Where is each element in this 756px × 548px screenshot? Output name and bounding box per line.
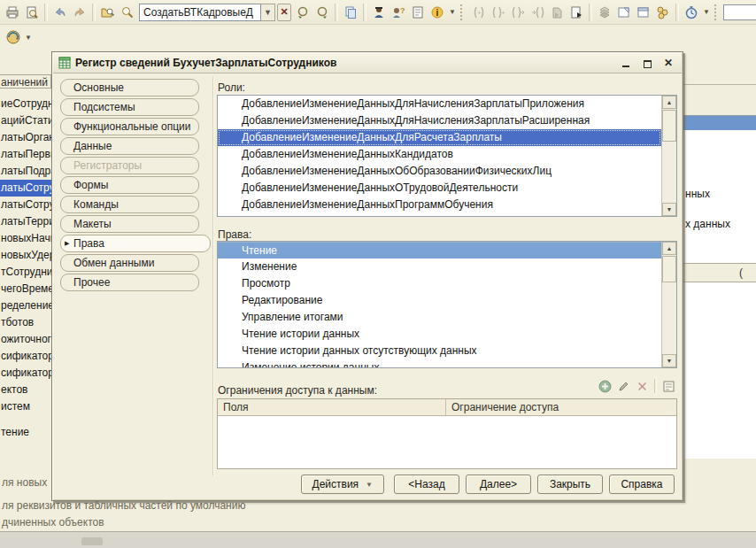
help-button[interactable]: Справка	[609, 475, 675, 494]
rights-scrollbar[interactable]: ▲ ▼	[661, 242, 676, 367]
merge-module-icon	[547, 3, 567, 22]
module-run-icon[interactable]	[567, 3, 586, 22]
actions-button[interactable]: Действия ▼	[301, 475, 385, 494]
tab[interactable]: Обмен данными	[60, 254, 199, 272]
find-icon[interactable]	[118, 3, 137, 22]
tree-item[interactable]: латыТерри	[0, 213, 51, 230]
tab[interactable]: Макеты	[60, 215, 199, 233]
close-button[interactable]: Закрыть	[537, 475, 603, 494]
tab[interactable]: Функциональные опции	[60, 118, 199, 135]
user-icon[interactable]	[369, 3, 389, 22]
roles-listbox: ДобавлениеИзменениеДанныхДляНачисленияЗа…	[217, 95, 677, 217]
scroll-thumb[interactable]	[662, 256, 676, 282]
info-icon[interactable]: i	[428, 3, 447, 22]
tree-item[interactable]: латыПерви	[0, 146, 51, 163]
right-item[interactable]: Просмотр	[218, 275, 661, 292]
tree-item[interactable]: латыСотру	[0, 197, 51, 213]
tree-item[interactable]: ектов	[0, 382, 51, 398]
chain-icon[interactable]	[653, 3, 673, 22]
tab[interactable]: Прочее	[60, 274, 199, 291]
timer-dropdown-icon[interactable]: ▼	[703, 8, 710, 16]
edit-icon[interactable]	[617, 380, 630, 393]
scroll-up-icon[interactable]: ▲	[662, 242, 676, 255]
info-dropdown-icon[interactable]: ▼	[449, 8, 456, 16]
back-button[interactable]: <Назад	[394, 475, 459, 494]
syntax-helper-icon[interactable]: ?	[389, 3, 408, 22]
tree-item[interactable]: латыСотру	[0, 180, 51, 197]
right-item[interactable]: Изменение истории данных	[218, 359, 661, 367]
role-item[interactable]: ДобавлениеИзменениеДанныхОТрудовойДеятел…	[218, 180, 661, 197]
quick-search-input[interactable]	[723, 4, 756, 20]
tree-item[interactable]: ожиточного	[0, 331, 51, 348]
tree-item[interactable]: ацийСтатис	[0, 112, 51, 129]
print-preview-icon[interactable]	[22, 3, 42, 22]
scroll-thumb[interactable]	[662, 110, 676, 142]
tree-item[interactable]: иеСотрудни	[0, 96, 51, 112]
web-service-dropdown-icon[interactable]: ▼	[25, 34, 32, 42]
right-item[interactable]: Чтение истории данных	[218, 326, 661, 343]
scroll-down-icon[interactable]: ▼	[662, 203, 676, 216]
template-icon[interactable]	[662, 380, 675, 393]
combo-clear-icon[interactable]: ✕	[277, 4, 291, 21]
timer-icon[interactable]	[682, 3, 701, 22]
tab[interactable]: Регистраторы	[60, 157, 199, 174]
procedure-combobox-value[interactable]: СоздатьВТКадровыеД	[139, 4, 261, 21]
role-item[interactable]: ДобавлениеИзменениеДанныхДляНачисленияЗа…	[218, 96, 661, 112]
delete-icon[interactable]	[636, 380, 649, 393]
tab[interactable]: Команды	[60, 196, 199, 213]
roles-scrollbar[interactable]: ▲ ▼	[661, 96, 676, 216]
redo-icon[interactable]	[70, 3, 89, 22]
tree-item[interactable]: тСотрудник	[0, 264, 51, 281]
tree-item[interactable]: новыхУдерж	[0, 247, 51, 264]
column-header-restriction[interactable]: Ограничение доступа	[446, 399, 676, 415]
minimize-icon[interactable]	[620, 58, 632, 69]
open-module-icon[interactable]	[614, 3, 634, 22]
open-form-icon[interactable]	[634, 3, 653, 22]
tree-item[interactable]: тботов	[0, 314, 51, 331]
scroll-down-icon[interactable]: ▼	[662, 354, 676, 367]
right-item[interactable]: Чтение истории данных отсутствующих данн…	[218, 343, 661, 359]
tree-item[interactable]: новыхНачис	[0, 230, 51, 247]
tree-item[interactable]	[0, 415, 51, 424]
print-icon[interactable]	[3, 3, 22, 22]
search-back-icon[interactable]	[293, 3, 312, 22]
svg-text:i: i	[436, 8, 439, 18]
maximize-icon[interactable]	[641, 58, 653, 69]
copy-icon[interactable]	[341, 3, 360, 22]
document-icon[interactable]	[408, 3, 428, 22]
tab[interactable]: Права	[60, 235, 211, 252]
right-item[interactable]: Редактирование	[218, 292, 661, 309]
combo-dropdown-icon[interactable]: ▼	[261, 4, 275, 21]
column-header-fields[interactable]: Поля	[218, 399, 446, 415]
search-forward-icon[interactable]	[312, 3, 332, 22]
next-button[interactable]: Далее>	[466, 475, 531, 494]
procedure-combobox[interactable]: СоздатьВТКадровыеД ▼ ✕	[139, 4, 291, 21]
role-item[interactable]: ДобавлениеИзменениеДанныхДляРасчетаЗарпл…	[218, 129, 661, 146]
role-item[interactable]: ДобавлениеИзменениеДанныхКандидатов	[218, 146, 661, 163]
right-item[interactable]: Чтение	[218, 242, 661, 259]
tree-item[interactable]: латыПодра	[0, 163, 51, 180]
add-icon[interactable]	[598, 380, 612, 393]
close-icon[interactable]: ✕	[662, 58, 675, 69]
role-item[interactable]: ДобавлениеИзменениеДанныхДляНачисленияЗа…	[218, 112, 661, 129]
right-item[interactable]: Управление итогами	[218, 309, 661, 326]
tab[interactable]: Формы	[60, 176, 199, 194]
tree-item[interactable]: латыОрган	[0, 129, 51, 146]
tree-item[interactable]: чегоВреме	[0, 281, 51, 297]
tree-item[interactable]: сификатор	[0, 365, 51, 382]
tab[interactable]: Подсистемы	[60, 98, 199, 116]
tree-item[interactable]: истем	[0, 398, 51, 415]
tree-item[interactable]: ределение	[0, 297, 51, 314]
scroll-up-icon[interactable]: ▲	[662, 96, 676, 109]
dialog-titlebar[interactable]: Регистр сведений БухучетЗарплатыСотрудни…	[53, 53, 682, 73]
tab[interactable]: Данные	[60, 137, 199, 155]
right-item[interactable]: Изменение	[218, 259, 661, 275]
tree-item[interactable]: тение	[0, 424, 51, 441]
web-service-icon[interactable]	[4, 27, 23, 47]
role-item[interactable]: ДобавлениеИзменениеДанныхОбОбразованииФи…	[218, 163, 661, 180]
tree-item[interactable]: сификатор	[0, 348, 51, 365]
tab[interactable]: Основные	[60, 79, 199, 96]
role-item[interactable]: ДобавлениеИзменениеДанныхПрограммОбучени…	[218, 197, 661, 213]
find-in-tree-icon[interactable]	[98, 3, 118, 22]
undo-icon[interactable]	[50, 3, 70, 22]
